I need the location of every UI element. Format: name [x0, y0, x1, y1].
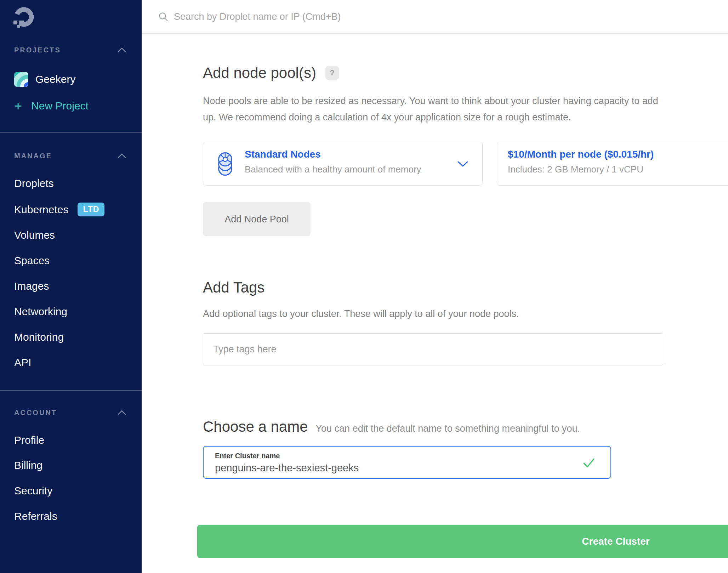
chevron-up-icon[interactable]	[118, 47, 126, 52]
add-tags-description: Add optional tags to your cluster. These…	[203, 306, 519, 322]
plus-icon: +	[14, 99, 22, 113]
help-icon[interactable]: ?	[325, 66, 339, 80]
node-type-title: Standard Nodes	[245, 149, 321, 160]
topbar	[142, 0, 728, 34]
add-tags-heading: Add Tags	[203, 278, 265, 297]
nav-label: Security	[14, 484, 52, 498]
valid-check-icon	[583, 458, 595, 468]
create-cluster-label: Create Cluster	[582, 536, 649, 547]
sidebar-divider	[0, 132, 142, 133]
sidebar-item-images[interactable]: Images	[14, 279, 49, 293]
project-avatar-icon	[14, 72, 28, 87]
create-cluster-button[interactable]: Create Cluster	[197, 525, 728, 558]
nav-label: Networking	[14, 305, 67, 318]
price-info-box: $10/Month per node ($0.015/hr) Includes:…	[497, 142, 728, 186]
sidebar: PROJECTS Geekery + New Project MANAG	[0, 0, 142, 573]
nav-label: Referrals	[14, 510, 57, 523]
sidebar-item-billing[interactable]: Billing	[14, 459, 42, 472]
nav-label: Billing	[14, 459, 42, 472]
sidebar-item-project-geekery[interactable]: Geekery	[14, 72, 75, 87]
sidebar-item-droplets[interactable]: Droplets	[14, 177, 54, 190]
new-project-label: New Project	[31, 100, 89, 112]
sidebar-item-networking[interactable]: Networking	[14, 305, 67, 318]
project-name-label: Geekery	[35, 73, 75, 85]
tags-input[interactable]	[203, 334, 663, 365]
projects-header-label: PROJECTS	[14, 46, 61, 54]
sidebar-item-monitoring[interactable]: Monitoring	[14, 330, 64, 344]
cluster-name-field: Enter Cluster name	[203, 446, 611, 479]
sidebar-item-security[interactable]: Security	[14, 484, 52, 498]
nav-label: Profile	[14, 433, 44, 447]
chevron-up-icon[interactable]	[118, 153, 126, 158]
search-input[interactable]	[174, 11, 599, 22]
search-icon	[158, 12, 168, 22]
sidebar-section-manage[interactable]: MANAGE	[14, 151, 52, 160]
kubernetes-create-cluster-page: PROJECTS Geekery + New Project MANAG	[0, 0, 728, 573]
nav-label: API	[14, 356, 31, 369]
nav-label: Monitoring	[14, 330, 64, 344]
node-stack-icon	[215, 152, 236, 176]
account-header-label: ACCOUNT	[14, 409, 57, 416]
description-line: Node pools are able to be resized as nec…	[203, 93, 658, 109]
sidebar-section-projects[interactable]: PROJECTS	[14, 45, 61, 55]
sidebar-divider	[0, 390, 142, 391]
nav-label: Volumes	[14, 228, 55, 242]
sidebar-item-kubernetes[interactable]: Kubernetes LTD	[14, 203, 104, 216]
nav-label: Kubernetes	[14, 203, 68, 216]
add-node-pool-button[interactable]: Add Node Pool	[203, 202, 311, 236]
sidebar-section-account[interactable]: ACCOUNT	[14, 408, 57, 417]
node-pools-description: Node pools are able to be resized as nec…	[203, 93, 658, 125]
nav-label: Spaces	[14, 254, 50, 267]
nav-label: Droplets	[14, 177, 54, 190]
sidebar-item-api[interactable]: API	[14, 356, 31, 369]
node-type-subtitle: Balanced with a healthy amount of memory	[245, 164, 421, 175]
ltd-badge: LTD	[78, 203, 104, 216]
node-type-select[interactable]: Standard Nodes Balanced with a healthy a…	[203, 142, 483, 186]
chevron-down-icon	[457, 161, 468, 167]
page-title: Add node pool(s)	[203, 63, 316, 83]
sidebar-item-spaces[interactable]: Spaces	[14, 254, 50, 267]
price-subtitle: Includes: 2 GB Memory / 1 vCPU	[508, 164, 643, 175]
manage-header-label: MANAGE	[14, 152, 52, 160]
cluster-name-input[interactable]	[215, 462, 562, 474]
sidebar-item-profile[interactable]: Profile	[14, 433, 44, 447]
digitalocean-logo-icon[interactable]	[11, 5, 35, 30]
price-title: $10/Month per node ($0.015/hr)	[508, 149, 654, 160]
cluster-name-label: Enter Cluster name	[215, 452, 280, 460]
choose-name-subtitle: You can edit the default name to somethi…	[316, 423, 580, 434]
add-node-pool-label: Add Node Pool	[224, 214, 289, 225]
sidebar-item-new-project[interactable]: + New Project	[14, 99, 89, 113]
sidebar-item-volumes[interactable]: Volumes	[14, 228, 55, 242]
description-line: up. We recommend doing a calculation of …	[203, 109, 658, 125]
tags-input-container	[203, 333, 663, 365]
choose-name-heading-row: Choose a name You can edit the default n…	[203, 417, 580, 437]
choose-name-heading: Choose a name	[203, 417, 308, 437]
chevron-up-icon[interactable]	[118, 410, 126, 415]
nav-label: Images	[14, 279, 49, 293]
sidebar-item-referrals[interactable]: Referrals	[14, 510, 57, 523]
help-glyph: ?	[330, 68, 334, 78]
node-pools-heading-row: Add node pool(s) ?	[203, 63, 339, 83]
